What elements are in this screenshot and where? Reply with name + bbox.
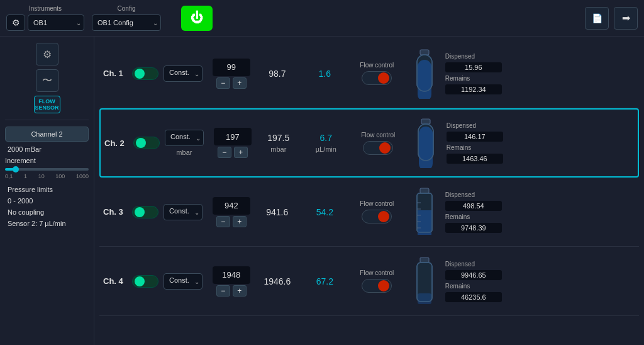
- channel-row-ch1: Ch. 1 Const. 99 − + 98.7 1.6: [99, 39, 639, 108]
- instruments-group: Instruments ⚙ OB1: [6, 5, 84, 31]
- flow-toggle-ch4[interactable]: [362, 279, 392, 293]
- value-controls-ch2: 197 − +: [214, 128, 252, 158]
- config-group: Config OB1 Config: [92, 5, 161, 31]
- toggle-col-ch1: [132, 67, 158, 80]
- pressure-max: 2000: [18, 197, 33, 205]
- ch-label-ch2: Ch. 2: [104, 139, 128, 148]
- mode-select-ch2[interactable]: Const.: [165, 130, 204, 146]
- power-icon: ⏻: [191, 11, 203, 25]
- tick-1: 1: [24, 173, 27, 179]
- pressure-min: 0: [8, 197, 11, 205]
- flow-toggle-ch2[interactable]: [363, 141, 393, 155]
- dispensed-value-ch1: 15.96: [445, 62, 502, 72]
- reading-val-ch4: 1946.6: [258, 276, 296, 286]
- increment-label: Increment: [5, 157, 89, 164]
- stats-col-ch4: Dispensed 9946.65 Remains 46235.6: [445, 261, 502, 302]
- increment-thumb[interactable]: [13, 166, 19, 172]
- toggle-knob-ch4: [135, 276, 145, 286]
- ch-label-col: Ch. 3: [103, 207, 127, 217]
- ch-label-col: Ch. 1: [103, 69, 127, 78]
- top-bar: Instruments ⚙ OB1 Config OB1 Config ⏻ 📄 …: [0, 0, 644, 37]
- setpoint-box-ch4[interactable]: 1948: [213, 266, 250, 284]
- gear-button[interactable]: ⚙: [6, 14, 25, 31]
- toggle-switch-ch3[interactable]: [132, 206, 158, 218]
- pressure-limits-label: Pressure limits: [5, 186, 89, 193]
- minus-btn-ch4[interactable]: −: [216, 285, 230, 297]
- mode-select-ch4[interactable]: Const.: [164, 273, 203, 290]
- setpoint-box-ch3[interactable]: 942: [213, 197, 250, 215]
- toggle-switch-ch1[interactable]: [132, 67, 158, 80]
- config-select-wrapper: OB1 Config: [92, 14, 161, 31]
- value-controls-ch3: 942 − +: [213, 197, 250, 227]
- power-button[interactable]: ⏻: [181, 6, 213, 31]
- vessel-col-ch2: [410, 118, 441, 168]
- remains-label-ch4: Remains: [445, 283, 502, 290]
- increment-track[interactable]: [5, 168, 89, 171]
- flow-control-label-ch3: Flow control: [360, 200, 394, 207]
- content-area: Ch. 1 Const. 99 − + 98.7 1.6: [94, 37, 644, 345]
- svg-rect-6: [419, 127, 433, 168]
- plus-btn-ch1[interactable]: +: [233, 77, 247, 89]
- reading-val-ch2: 197.5: [260, 133, 297, 143]
- mode-select-ch3[interactable]: Const.: [164, 204, 203, 220]
- toggle-switch-ch2[interactable]: [133, 137, 160, 149]
- reading-val-ch3: 941.6: [258, 207, 296, 217]
- minus-btn-ch2[interactable]: −: [218, 147, 231, 158]
- instruments-label: Instruments: [29, 5, 62, 12]
- tick-2: 10: [38, 173, 45, 179]
- remains-value-ch1: 1192.34: [445, 84, 502, 94]
- flow-val-ch1: 1.6: [306, 69, 343, 79]
- minus-btn-ch3[interactable]: −: [216, 216, 230, 227]
- mode-select-ch1[interactable]: Const.: [164, 65, 203, 82]
- flow-toggle-ch1[interactable]: [362, 71, 392, 85]
- ob1-select-wrapper: OB1: [28, 14, 84, 31]
- ob1-select[interactable]: OB1: [28, 14, 84, 31]
- setpoint-box-ch2[interactable]: 197: [214, 128, 252, 145]
- tick-4: 1000: [76, 173, 89, 179]
- plus-btn-ch2[interactable]: +: [234, 147, 248, 158]
- minus-btn-ch1[interactable]: −: [216, 77, 230, 89]
- ch-label-ch4: Ch. 4: [103, 276, 127, 286]
- toggle-switch-ch4[interactable]: [132, 275, 158, 288]
- sidebar-divider: [5, 120, 89, 120]
- flow-control-col-ch4: Flow control: [350, 269, 404, 293]
- dispensed-label-ch4: Dispensed: [445, 261, 502, 268]
- tick-0: 0,1: [5, 173, 13, 179]
- app-container: Instruments ⚙ OB1 Config OB1 Config ⏻ 📄 …: [0, 0, 644, 345]
- mode-wrapper-ch3: Const.: [164, 204, 203, 220]
- pressure-sep: -: [13, 197, 16, 205]
- unit-flow-ch2: µL/min: [316, 145, 336, 153]
- flow-control-col-ch2: Flow control: [352, 132, 405, 155]
- flow-col-ch4: 67.2: [304, 276, 345, 286]
- plus-btn-ch4[interactable]: +: [233, 285, 247, 297]
- vessel-col-ch1: [409, 48, 440, 99]
- sidebar: ⚙ 〜 FLOWSENSOR Channel 2 2000 mBar Incre…: [0, 37, 94, 345]
- sidebar-flow-sensor-button[interactable]: FLOWSENSOR: [34, 96, 60, 113]
- mode-col-ch2: Const. mbar: [165, 130, 204, 156]
- sidebar-gear-icon[interactable]: ⚙: [36, 43, 58, 65]
- channel-2-button[interactable]: Channel 2: [5, 127, 89, 142]
- top-right-buttons: 📄 ➡: [585, 7, 638, 30]
- vessel-col-ch3: [409, 187, 440, 237]
- flow-col-ch3: 54.2: [304, 207, 345, 217]
- channel-row-ch3: Ch. 3 Const. 942 − + 941.6 54.2: [99, 178, 639, 247]
- flow-toggle-knob-ch4: [378, 280, 389, 291]
- plus-minus-row-ch2: − +: [218, 147, 248, 158]
- flow-toggle-knob-ch1: [378, 72, 389, 84]
- flow-toggle-ch3[interactable]: [362, 210, 392, 223]
- svg-rect-17: [420, 257, 429, 263]
- config-label: Config: [118, 5, 136, 12]
- remains-label-ch2: Remains: [447, 144, 503, 151]
- svg-rect-19: [418, 293, 431, 304]
- plus-btn-ch3[interactable]: +: [233, 216, 247, 227]
- flow-control-label-ch1: Flow control: [360, 62, 394, 69]
- flow-control-col-ch3: Flow control: [350, 200, 404, 223]
- setpoint-box-ch1[interactable]: 99: [213, 59, 250, 76]
- remains-value-ch2: 1463.46: [447, 154, 503, 164]
- document-button[interactable]: 📄: [585, 7, 609, 30]
- config-select[interactable]: OB1 Config: [92, 14, 161, 31]
- toggle-knob-ch2: [136, 138, 146, 148]
- ch-label-col: Ch. 2: [104, 139, 128, 148]
- arrow-button[interactable]: ➡: [614, 7, 638, 30]
- sidebar-chart-icon[interactable]: 〜: [36, 69, 58, 92]
